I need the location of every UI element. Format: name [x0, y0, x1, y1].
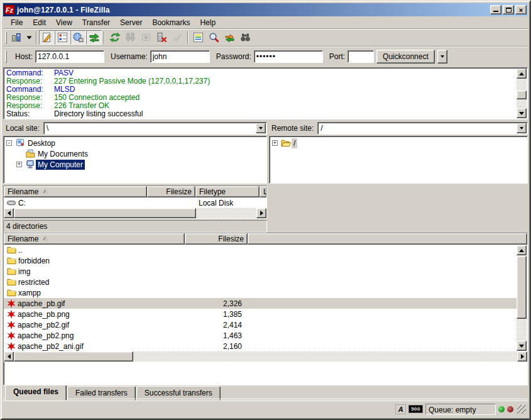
file-row-apache-pb-png[interactable]: apache_pb.png1,385 [4, 309, 517, 319]
scroll-thumb[interactable] [14, 208, 196, 218]
check-icon [172, 32, 183, 43]
file-row-apache-pb2-png[interactable]: apache_pb2.png1,463 [4, 330, 517, 341]
status-bar: A 500 Queue: empty [3, 401, 528, 417]
scroll-right-button[interactable] [256, 208, 266, 218]
menu-help[interactable]: Help [195, 17, 221, 28]
file-row-apache-pb2-ani-gif[interactable]: apache_pb2_ani.gif2,160 [4, 341, 517, 351]
log-scrollbar[interactable] [517, 69, 527, 118]
remote-vscrollbar[interactable] [517, 245, 527, 351]
toolbar-separator [104, 31, 105, 44]
directory-comparison-button[interactable] [190, 30, 206, 45]
toggle-local-tree-button[interactable] [55, 30, 70, 45]
menu-file[interactable]: File [6, 17, 28, 28]
toggle-message-log-button[interactable] [39, 30, 55, 45]
toolbar-grip[interactable] [5, 50, 7, 63]
quickconnect-button[interactable]: Quickconnect [376, 50, 435, 64]
local-site-value: \ [47, 124, 48, 133]
column-header-l[interactable]: L [260, 186, 267, 197]
file-row-apache-pb-gif[interactable]: apache_pb.gif2,326 [4, 298, 517, 309]
local-site-dropdown[interactable] [256, 123, 266, 133]
menu-edit[interactable]: Edit [28, 17, 51, 28]
column-header-filename[interactable]: Filename [4, 186, 147, 197]
tree-expander[interactable]: - [6, 140, 12, 146]
file-row-xampp[interactable]: xampp [4, 287, 517, 298]
disconnect-button[interactable] [154, 30, 170, 45]
find-files-button[interactable] [206, 30, 222, 45]
column-header-filetype[interactable]: Filetype [195, 186, 260, 197]
cancel-operation-button[interactable] [138, 30, 154, 45]
scroll-up-button[interactable] [517, 69, 527, 79]
menu-view[interactable]: View [51, 17, 77, 28]
menu-server[interactable]: Server [115, 17, 147, 28]
tree-item-my-computer[interactable]: +My Computer [4, 159, 266, 170]
site-manager-button[interactable] [9, 30, 25, 45]
toolbar-grip[interactable] [5, 31, 7, 44]
cell-type: Local Disk [195, 199, 260, 207]
file-row--[interactable]: .. [4, 245, 517, 255]
local-site-combo[interactable]: \ [43, 122, 267, 135]
tab-successful-transfers[interactable]: Successful transfers [136, 386, 221, 401]
file-row-apache-pb2-gif[interactable]: apache_pb2.gif2,414 [4, 319, 517, 330]
maximize-button[interactable] [503, 5, 514, 14]
folder-icon [7, 257, 16, 265]
column-header-filename[interactable]: Filename [4, 233, 185, 245]
quickconnect-dropdown[interactable] [437, 50, 447, 64]
file-row-img[interactable]: img [4, 266, 517, 277]
username-input[interactable] [150, 50, 210, 63]
menu-bookmarks[interactable]: Bookmarks [147, 17, 195, 28]
tree-expander[interactable]: + [272, 140, 278, 146]
filter-button[interactable] [238, 30, 253, 45]
local-site-bar: Local site: \ [3, 121, 267, 135]
tree-item-desktop[interactable]: -Desktop [4, 138, 266, 148]
file-row-forbidden[interactable]: forbidden [4, 255, 517, 266]
tree-item-my-documents[interactable]: My Documents [4, 148, 266, 159]
remote-site-combo[interactable]: / [317, 122, 528, 135]
toggle-transfer-queue-button[interactable] [86, 30, 102, 45]
port-input[interactable] [348, 50, 374, 63]
remote-hscrollbar[interactable] [4, 351, 527, 362]
password-input[interactable] [254, 50, 323, 63]
remote-site-dropdown[interactable] [517, 123, 527, 133]
transfer-type-icon[interactable]: A [395, 404, 406, 414]
file-row-c-[interactable]: C:Local Disk [4, 197, 266, 208]
scroll-down-button[interactable] [517, 341, 527, 351]
speed-limit-icon[interactable]: 500 [408, 405, 423, 413]
tree-expander[interactable]: + [16, 162, 22, 167]
tab-failed-transfers[interactable]: Failed transfers [67, 386, 136, 401]
tab-queued-files[interactable]: Queued files [5, 385, 67, 401]
menu-transfer[interactable]: Transfer [77, 17, 115, 28]
resize-grip[interactable] [517, 405, 526, 414]
process-queue-button[interactable] [123, 30, 138, 45]
folder-icon [7, 246, 16, 254]
cell-name: img [4, 267, 185, 276]
toggle-queue-icon [89, 32, 100, 43]
scroll-left-button[interactable] [4, 351, 14, 362]
host-input[interactable] [35, 50, 104, 63]
minimize-button[interactable] [490, 5, 501, 14]
column-header-filesize[interactable]: Filesize [185, 233, 248, 245]
toggle-remote-tree-button[interactable] [70, 30, 86, 45]
scroll-thumb[interactable] [14, 351, 133, 362]
scroll-up-button[interactable] [517, 245, 527, 255]
synchronized-browsing-button[interactable] [222, 30, 238, 45]
column-header-filesize[interactable]: Filesize [147, 186, 195, 197]
refresh-button[interactable] [107, 30, 123, 45]
reconnect-button[interactable] [170, 30, 185, 45]
cell-name: forbidden [4, 257, 185, 265]
disconnect-icon [156, 32, 167, 43]
scroll-left-button[interactable] [4, 208, 14, 218]
arrow-up-icon [519, 249, 524, 252]
minimize-icon [493, 8, 498, 12]
local-hscrollbar[interactable] [4, 208, 266, 218]
local-site-label: Local site: [3, 124, 43, 133]
site-manager-dropdown[interactable] [25, 30, 34, 45]
scroll-right-button[interactable] [517, 351, 527, 362]
close-button[interactable]: × [515, 5, 527, 14]
process-queue-icon [125, 32, 136, 43]
file-row-restricted[interactable]: restricted [4, 277, 517, 287]
comparison-icon [193, 32, 204, 43]
scroll-thumb[interactable] [517, 91, 527, 99]
tree-item--[interactable]: +/ [270, 138, 527, 148]
scroll-down-button[interactable] [517, 108, 527, 118]
scroll-thumb[interactable] [517, 256, 527, 319]
